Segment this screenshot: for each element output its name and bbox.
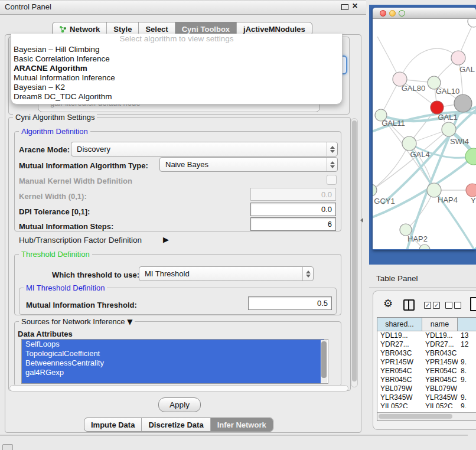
list-item-topological[interactable]: TopologicalCoefficient	[22, 349, 324, 358]
list-item-partial[interactable]	[22, 377, 321, 383]
tab-discretize-data[interactable]: Discretize Data	[141, 418, 210, 431]
minimize-window-icon[interactable]	[389, 10, 396, 17]
table-row[interactable]: YBL079WYBL079W	[377, 384, 476, 393]
table-settings-gear-icon[interactable]: ⚙	[383, 298, 393, 309]
aracne-mode-label: Aracne Mode:	[19, 145, 70, 154]
hide-columns-icon[interactable]	[445, 302, 461, 309]
collapse-arrow-icon[interactable]: ▼	[127, 318, 132, 326]
kernel-width-field[interactable]: 0.0	[250, 188, 336, 201]
combo-stepper-icon	[327, 142, 337, 156]
column-header-partial[interactable]	[458, 318, 476, 331]
apply-button[interactable]: Apply	[158, 397, 201, 412]
table-scrollbar-thumb[interactable]	[379, 414, 452, 419]
dropdown-item-aracne[interactable]: ARACNE Algorithm	[11, 64, 342, 73]
label-gal-partial: GAL	[459, 65, 475, 74]
threshold-definition-title: Threshold Definition	[19, 250, 92, 259]
sources-group-title: Sources for Network Inference ▼	[19, 317, 135, 326]
hub-expander-label[interactable]: Hub/Transcription Factor Definition	[19, 236, 142, 244]
list-scrollbar[interactable]	[321, 340, 327, 383]
network-canvas[interactable]: GAL GAL80 GAL10 GAL1 GAL11 SWI4 GAL4 GCY…	[373, 19, 476, 249]
zoom-window-icon[interactable]	[399, 10, 405, 17]
collapsed-panel-icon[interactable]	[2, 444, 13, 450]
column-header-shared[interactable]: shared...	[377, 318, 422, 331]
tab-network-label: Network	[70, 25, 100, 34]
data-attributes-label: Data Attributes	[18, 330, 73, 338]
tab-impute-data[interactable]: Impute Data	[84, 418, 141, 431]
node-swi4[interactable]	[442, 122, 456, 136]
list-item-gal4rgexp[interactable]: gal4RGexp	[22, 368, 324, 377]
data-attributes-list: SelfLoops TopologicalCoefficient Between…	[21, 339, 328, 384]
label-y-partial: Y	[471, 196, 476, 205]
settings-horizontal-scrollbar[interactable]	[9, 385, 348, 392]
label-swi4: SWI4	[450, 137, 469, 146]
mi-type-value: Naive Bayes	[160, 160, 327, 169]
close-panel-icon[interactable]: ✕	[352, 2, 358, 10]
dpi-tolerance-field[interactable]: 0.0	[250, 203, 336, 216]
mi-type-combo[interactable]: Naive Bayes	[159, 157, 338, 172]
table-row[interactable]: YDL19...YDL19...13	[377, 331, 476, 340]
node-hap2[interactable]	[400, 224, 412, 236]
apply-button-label: Apply	[169, 400, 190, 409]
dropdown-item-bayesian-k2[interactable]: Bayesian – K2	[11, 83, 342, 92]
mi-steps-field[interactable]: 6	[250, 217, 336, 231]
network-window[interactable]: GAL GAL80 GAL10 GAL1 GAL11 SWI4 GAL4 GCY…	[373, 8, 476, 250]
aracne-mode-combo[interactable]: Discovery	[71, 142, 338, 156]
close-window-icon[interactable]	[380, 10, 386, 17]
manual-kernel-checkbox[interactable]	[327, 175, 337, 185]
which-threshold-label: Which threshold to use:	[52, 270, 139, 279]
table-row[interactable]: YLR345WYLR345W9.	[377, 393, 476, 402]
network-labels: GAL GAL80 GAL10 GAL1 GAL11 SWI4 GAL4 GCY…	[374, 65, 476, 243]
dropdown-item-bayesian-hill[interactable]: Bayesian – Hill Climbing	[11, 45, 342, 54]
bottom-divider	[0, 435, 468, 436]
network-window-titlebar[interactable]	[373, 8, 476, 19]
algorithm-dropdown: Select algorithm to view settings Bayesi…	[11, 34, 343, 105]
node-pink-top[interactable]	[451, 51, 465, 65]
settings-scrollbar-thumb[interactable]	[352, 120, 357, 381]
table-row[interactable]: YBR045CYBR045C9.	[377, 376, 476, 384]
label-gal11: GAL11	[382, 119, 405, 128]
split-columns-icon[interactable]	[403, 299, 415, 311]
dropdown-item-dream8[interactable]: Dream8 DC_TDC Algorithm	[11, 92, 342, 102]
table-row[interactable]: YDR27...YDR27...12	[377, 340, 476, 349]
node-gray[interactable]	[454, 94, 472, 112]
dropdown-item-basic-correlation[interactable]: Basic Correlation Inference	[11, 54, 342, 64]
list-item-betweenness[interactable]: BetweennessCentrality	[22, 358, 324, 368]
float-window-icon[interactable]	[341, 4, 348, 10]
splitpane-divider-grip[interactable]	[360, 218, 363, 223]
network-nodes	[373, 19, 476, 249]
sources-title-text: Sources for Network Inference	[21, 317, 125, 326]
node-gal1[interactable]	[431, 101, 444, 114]
which-threshold-value: MI Threshold	[139, 269, 302, 278]
table-row[interactable]: YER054CYER054C8.	[377, 367, 476, 376]
table-panel-box: ⚙ ✓✓ shared... name YDL19...YDL19...13 Y…	[373, 291, 476, 430]
node-salmon[interactable]	[466, 184, 476, 197]
which-threshold-combo[interactable]: MI Threshold	[139, 266, 314, 281]
mi-steps-label: Mutual Information Steps:	[19, 222, 113, 231]
table-panel-title: Table Panel	[376, 274, 418, 283]
label-hap2: HAP2	[407, 234, 428, 243]
mi-threshold-field[interactable]: 0.5	[248, 296, 332, 310]
list-scrollbar-thumb[interactable]	[321, 341, 327, 378]
expander-arrow-icon[interactable]: ▶	[163, 235, 169, 244]
combo-stepper-icon	[302, 267, 313, 281]
node-partial-bottom[interactable]	[419, 244, 430, 249]
combo-stepper-icon	[327, 158, 337, 171]
mi-threshold-group-title: MI Threshold Definition	[24, 283, 107, 292]
column-header-name[interactable]: name	[422, 318, 458, 331]
tab-infer-network[interactable]: Infer Network	[210, 418, 273, 431]
settings-scrollbar[interactable]	[351, 118, 358, 387]
node-gal4[interactable]	[402, 136, 416, 151]
node-gcy1[interactable]	[373, 184, 377, 196]
list-item-selfloops[interactable]: SelfLoops	[22, 340, 324, 349]
table-row[interactable]: YIL052CYIL052C9.	[377, 402, 476, 408]
node-partial-top[interactable]	[468, 19, 476, 27]
bottom-tabbar: Impute Data Discretize Data Infer Networ…	[84, 418, 273, 432]
dropdown-item-mutual-information[interactable]: Mutual Information Inference	[11, 73, 342, 83]
new-table-icon[interactable]	[470, 297, 476, 311]
table-row[interactable]: YBR043CYBR043C	[377, 349, 476, 358]
table-row[interactable]: YPR145WYPR145W9.	[377, 358, 476, 367]
show-checked-columns-icon[interactable]: ✓✓	[424, 302, 440, 309]
label-gal4: GAL4	[410, 150, 429, 159]
label-gal80: GAL80	[402, 84, 425, 93]
table-horizontal-scrollbar[interactable]	[377, 412, 476, 420]
